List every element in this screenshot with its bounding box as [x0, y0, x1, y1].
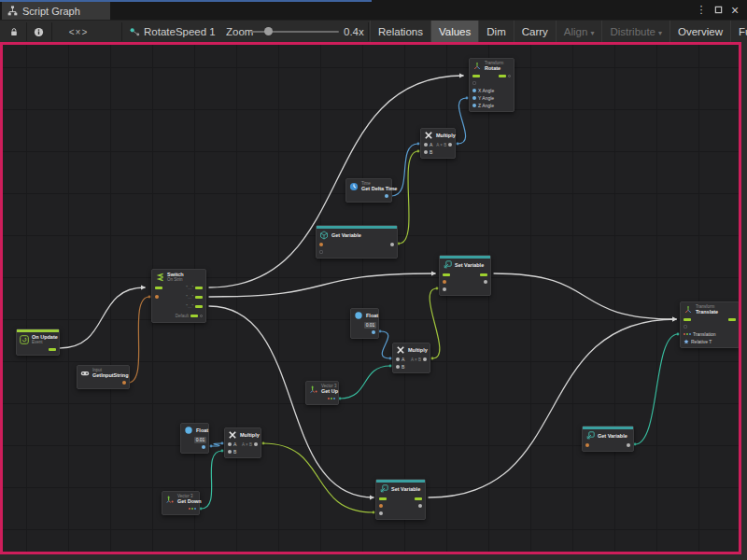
port-blue[interactable] [202, 445, 205, 449]
node-header: Float [181, 424, 208, 436]
port-flow[interactable] [415, 497, 422, 500]
graph-canvas[interactable]: On UpdateEventInputGetInputStringSwitchO… [0, 42, 741, 554]
port-gray[interactable] [484, 280, 487, 284]
port-gray[interactable] [228, 442, 232, 446]
port-gray[interactable] [627, 443, 630, 447]
port-gray[interactable] [448, 143, 452, 147]
node-header: On UpdateEvent [17, 332, 59, 345]
port-flow[interactable] [155, 287, 162, 289]
port-blue[interactable] [472, 89, 476, 92]
node-set-variable-mid[interactable]: Set Variable [439, 255, 491, 296]
info-icon[interactable] [27, 21, 49, 43]
node-port-row [306, 395, 338, 402]
port-flow[interactable] [728, 318, 736, 321]
node-multiply-mid[interactable]: MultiplyAA × BB [392, 343, 430, 373]
toolbar-divider [121, 22, 122, 41]
node-rotate[interactable]: TransformRotateX AngleY AngleZ Angle [469, 58, 514, 112]
tab-script-graph[interactable]: Script Graph [2, 2, 110, 20]
node-multiply-top[interactable]: MultiplyAA × BB [420, 128, 456, 159]
port-gray[interactable] [396, 365, 400, 369]
port-orange[interactable] [122, 381, 126, 385]
port-flow[interactable] [684, 318, 691, 321]
node-get-variable[interactable]: Get Variable [316, 225, 398, 259]
port-gray[interactable] [254, 442, 258, 446]
edges-layer [3, 45, 741, 554]
port-gray[interactable] [228, 450, 232, 454]
node-header: Multiply [393, 343, 430, 356]
toolbar-button-label: Carry [522, 26, 548, 37]
port-blue[interactable] [372, 330, 375, 334]
value-field[interactable]: 0.01 [194, 437, 206, 443]
port-vector3[interactable] [684, 333, 691, 335]
node-header: InputGetInputString [78, 366, 129, 379]
node-get-input-string[interactable]: InputGetInputString [77, 365, 130, 389]
setvar-icon [379, 484, 388, 494]
toolbar-button-values[interactable]: Values [430, 21, 478, 43]
zoom-slider-handle[interactable] [264, 27, 273, 35]
node-on-update-event[interactable]: On UpdateEvent [16, 329, 60, 356]
port-flow[interactable] [499, 75, 506, 77]
node-titles: TimeGet Delta Time [361, 181, 397, 191]
port-orange[interactable] [319, 243, 323, 246]
port-blue[interactable] [385, 194, 388, 198]
port-gray[interactable] [390, 243, 394, 246]
node-float-mid[interactable]: Float0.01 [350, 308, 379, 339]
port-vector3[interactable] [189, 508, 196, 510]
toolbar-button-relations[interactable]: Relations [370, 21, 430, 43]
port-gray[interactable] [418, 504, 422, 508]
toolbar-button-dim[interactable]: Dim [478, 21, 513, 43]
node-multiply-bottom[interactable]: MultiplyAA × BB [224, 427, 261, 458]
node-port-row: "…" [152, 283, 205, 292]
maximize-icon[interactable] [710, 5, 726, 16]
node-port-row [376, 502, 425, 510]
node-translate[interactable]: TransformTranslateTranslationRelative T [680, 301, 740, 348]
node-get-variable-bottom[interactable]: Get Variable [582, 426, 634, 452]
vecup-icon [165, 495, 175, 504]
toolbar-button-carry[interactable]: Carry [514, 21, 556, 43]
port-flow[interactable] [49, 348, 56, 351]
node-switch-on-string[interactable]: SwitchOn Strin"…""…""…"Default [151, 269, 206, 323]
toolbar-button-full-scre[interactable]: Full Scre [730, 21, 747, 43]
toolbar-button-overview[interactable]: Overview [669, 21, 730, 43]
port-flow[interactable] [443, 273, 450, 276]
port-gray[interactable] [443, 287, 446, 291]
node-vector3-get-down[interactable]: Vector 3Get Down [162, 491, 200, 515]
port-flow[interactable] [195, 305, 203, 308]
code-view-icon[interactable]: <×> [56, 21, 101, 43]
edge-endpoint [389, 365, 392, 368]
port-gray[interactable] [424, 150, 428, 154]
node-vector3-get-up[interactable]: Vector 3Get Up [305, 381, 339, 405]
port-vector3[interactable] [328, 398, 335, 399]
node-port-row: 0.01 [181, 436, 208, 443]
value-field[interactable]: 0.01 [364, 322, 376, 329]
port-gray[interactable] [379, 511, 383, 515]
node-port-row [181, 443, 208, 451]
port-flow[interactable] [190, 315, 198, 317]
node-header: Vector 3Get Up [306, 382, 338, 395]
port-orange[interactable] [155, 295, 159, 299]
close-icon[interactable]: × [726, 3, 743, 18]
port-orange[interactable] [379, 504, 383, 508]
port-orange[interactable] [585, 443, 589, 447]
kebab-menu-icon[interactable]: ⋮ [693, 4, 710, 16]
port-flow[interactable] [195, 287, 203, 289]
toolbar-button-group: RelationsValuesDimCarryAlign▾Distribute▾… [370, 21, 747, 43]
port-flow[interactable] [379, 497, 387, 500]
toolbar-button-align[interactable]: Align▾ [556, 21, 602, 43]
port-gray[interactable] [396, 357, 400, 361]
node-set-variable-bottom[interactable]: Set Variable [375, 479, 426, 520]
port-orange[interactable] [443, 280, 446, 284]
port-flow[interactable] [480, 273, 487, 276]
port-flow[interactable] [195, 296, 203, 299]
node-float-bottom[interactable]: Float0.01 [180, 423, 209, 454]
edge-endpoint [677, 333, 680, 336]
node-port-row [470, 79, 514, 87]
port-blue[interactable] [472, 96, 476, 100]
port-flow[interactable] [472, 75, 480, 77]
port-gray[interactable] [423, 357, 427, 361]
lock-icon[interactable] [4, 21, 24, 43]
port-gray[interactable] [424, 143, 428, 147]
toolbar-button-distribute[interactable]: Distribute▾ [601, 21, 669, 43]
node-get-delta-time[interactable]: TimeGet Delta Time [345, 178, 392, 203]
port-blue[interactable] [472, 104, 476, 107]
